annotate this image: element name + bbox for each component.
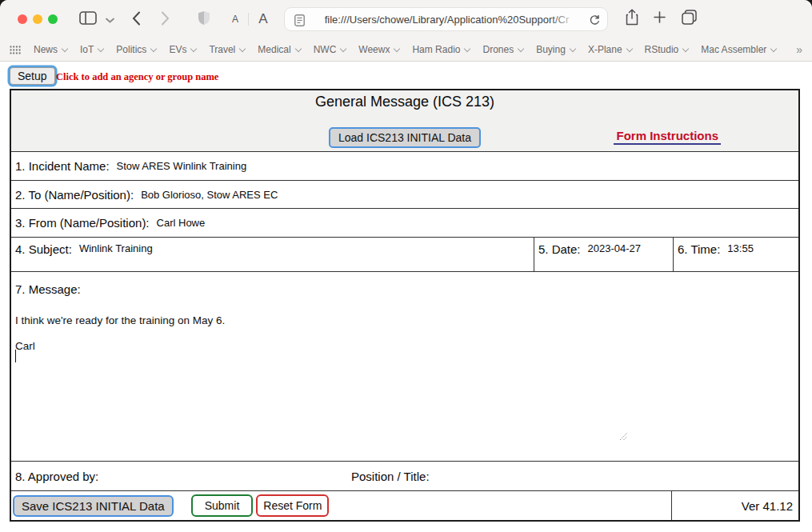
form-title: General Message (ICS 213): [11, 94, 798, 110]
subject-cell: 4. Subject: Winlink Training: [11, 238, 534, 271]
from-row: 3. From (Name/Position): Carl Howe: [11, 208, 798, 237]
message-line: Carl: [15, 340, 35, 352]
chevron-down-icon: [98, 45, 104, 51]
chevron-down-icon: [150, 45, 157, 51]
new-tab-button[interactable]: [652, 11, 666, 26]
web-page: Setup Click to add an agency or group na…: [0, 62, 812, 532]
sidebar-icon: [79, 11, 97, 27]
time-cell: 6. Time: 13:55: [673, 238, 798, 271]
incident-name-label: 1. Incident Name:: [11, 159, 110, 173]
chevron-left-icon: [132, 11, 141, 28]
reader-page-icon[interactable]: [293, 14, 306, 26]
chevron-down-icon: [518, 45, 524, 51]
to-row: 2. To (Name/Position): Bob Glorioso, Sto…: [11, 180, 798, 209]
privacy-report-button[interactable]: [196, 10, 212, 28]
bookmark-folder-news[interactable]: News: [34, 44, 67, 55]
textarea-resize-handle[interactable]: [619, 430, 628, 444]
approved-by-label: 8. Approved by:: [11, 470, 98, 483]
submit-button[interactable]: Submit: [191, 494, 254, 517]
incident-name-input[interactable]: Stow ARES Winlink Training: [117, 160, 247, 172]
chevron-down-icon: [464, 45, 470, 51]
chevron-down-icon: [394, 45, 400, 51]
chevron-right-icon: [161, 11, 170, 28]
zoom-window-button[interactable]: [48, 14, 58, 24]
browser-toolbar: A A file:///Users/chowe/Library/Applicat…: [0, 0, 812, 38]
subject-input[interactable]: Winlink Training: [79, 242, 153, 254]
bookmark-folder-rstudio[interactable]: RStudio: [645, 44, 689, 55]
chevron-down-icon: [770, 45, 777, 51]
address-bar[interactable]: file:///Users/chowe/Library/Application%…: [284, 7, 608, 31]
bookmark-folder-ham-radio[interactable]: Ham Radio: [412, 44, 470, 55]
subject-label: 4. Subject:: [11, 242, 72, 256]
from-input[interactable]: Carl Howe: [157, 217, 206, 229]
approved-row: 8. Approved by: Position / Title:: [11, 461, 798, 490]
bookmark-folder-evs[interactable]: EVs: [169, 44, 196, 55]
form-footer-row: Save ICS213 INITIAL Data Submit Reset Fo…: [11, 490, 798, 520]
chevron-down-icon: [190, 45, 197, 51]
forward-button[interactable]: [158, 10, 171, 28]
message-row: 7. Message: I think we're ready for the …: [11, 271, 798, 461]
date-input[interactable]: 2023-04-27: [588, 242, 642, 254]
time-input[interactable]: 13:55: [727, 242, 754, 254]
chevron-down-icon: [340, 45, 346, 51]
subject-date-time-row: 4. Subject: Winlink Training 5. Date: 20…: [11, 237, 798, 271]
version-label: Ver 41.12: [671, 491, 798, 520]
bookmarks-bar: News IoT Politics EVs Travel Medical NWC…: [0, 38, 812, 62]
message-textarea[interactable]: I think we're ready for the training on …: [12, 308, 639, 440]
bookmarks-overflow-icon[interactable]: »: [796, 43, 802, 56]
url-fade-overlay: [550, 9, 583, 30]
chevron-down-icon: [62, 45, 68, 51]
back-button[interactable]: [130, 10, 142, 28]
sidebar-menu-chevron[interactable]: [104, 14, 115, 24]
bookmark-folder-politics[interactable]: Politics: [116, 44, 156, 55]
form-header: General Message (ICS 213) Load ICS213 IN…: [11, 90, 798, 151]
date-label: 5. Date:: [534, 242, 581, 256]
reset-form-button[interactable]: Reset Form: [256, 494, 329, 517]
bookmark-folder-iot[interactable]: IoT: [80, 44, 103, 55]
plus-icon: [654, 11, 666, 26]
load-initial-data-button[interactable]: Load ICS213 INITIAL Data: [329, 127, 481, 148]
bookmark-folder-drones[interactable]: Drones: [482, 44, 523, 55]
bookmark-folder-x-plane[interactable]: X-Plane: [588, 44, 632, 55]
chevron-down-icon: [626, 45, 632, 51]
shield-icon: [198, 10, 210, 28]
share-icon: [626, 9, 638, 28]
position-title-label: Position / Title:: [351, 462, 430, 490]
address-bar-url[interactable]: file:///Users/chowe/Library/Application%…: [312, 8, 582, 30]
time-label: 6. Time:: [674, 242, 720, 256]
bookmark-folder-buying[interactable]: Buying: [536, 44, 575, 55]
bookmark-folder-weewx[interactable]: Weewx: [358, 44, 399, 55]
form-instructions-link[interactable]: Form Instructions: [614, 129, 721, 145]
safari-window: A A file:///Users/chowe/Library/Applicat…: [0, 0, 812, 532]
incident-name-row: 1. Incident Name: Stow ARES Winlink Trai…: [11, 151, 798, 180]
setup-hint-text: Click to add an agency or group name: [56, 71, 218, 83]
close-window-button[interactable]: [18, 14, 27, 24]
chevron-down-icon: [294, 45, 301, 51]
bookmark-folder-travel[interactable]: Travel: [209, 44, 245, 55]
bookmark-folder-medical[interactable]: Medical: [258, 44, 300, 55]
save-initial-data-button[interactable]: Save ICS213 INITIAL Data: [13, 495, 174, 517]
to-label: 2. To (Name/Position):: [11, 188, 134, 202]
favorites-grid-icon[interactable]: [10, 46, 21, 54]
to-input[interactable]: Bob Glorioso, Stow ARES EC: [141, 189, 278, 201]
sidebar-toggle-button[interactable]: [78, 11, 98, 27]
share-button[interactable]: [624, 9, 640, 28]
setup-button[interactable]: Setup: [10, 67, 55, 85]
chevron-down-icon: [239, 45, 246, 51]
date-cell: 5. Date: 2023-04-27: [534, 238, 673, 271]
footer-buttons-cell: Save ICS213 INITIAL Data Submit Reset Fo…: [11, 491, 671, 520]
tab-overview-icon: [682, 10, 697, 27]
text-cursor: [15, 350, 16, 362]
reload-icon[interactable]: [587, 13, 602, 27]
bookmark-folder-mac-assembler[interactable]: Mac Assembler: [701, 44, 776, 55]
chevron-down-icon: [570, 45, 576, 51]
minimize-window-button[interactable]: [33, 14, 42, 24]
ics213-form: General Message (ICS 213) Load ICS213 IN…: [10, 89, 800, 522]
message-label: 7. Message:: [15, 282, 81, 296]
text-size-small-icon[interactable]: A: [229, 11, 242, 27]
from-label: 3. From (Name/Position):: [11, 216, 150, 230]
chevron-down-icon: [106, 14, 114, 26]
tab-overview-button[interactable]: [680, 10, 698, 27]
text-size-large-icon[interactable]: A: [256, 10, 270, 29]
bookmark-folder-nwc[interactable]: NWC: [314, 44, 346, 55]
